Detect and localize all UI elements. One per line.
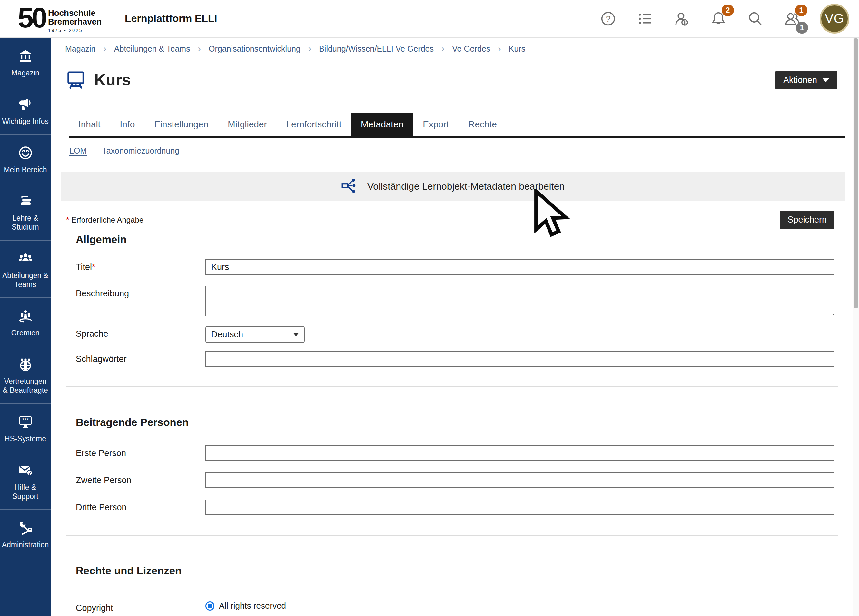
section-heading-rechte: Rechte und Lizenzen <box>76 565 853 577</box>
user-alert-icon[interactable] <box>673 10 691 28</box>
tab-metadaten[interactable]: Metadaten <box>351 113 413 136</box>
breadcrumb: Magazin › Abteilungen & Teams › Organisa… <box>51 38 853 59</box>
titel-input[interactable] <box>205 259 834 275</box>
chevron-down-icon <box>293 333 299 336</box>
avatar[interactable]: VG <box>820 4 849 34</box>
sidebar-item-label: Mein Bereich <box>3 165 47 174</box>
sidebar-item-label: Hilfe & Support <box>2 483 49 501</box>
team-icon <box>17 251 34 268</box>
tab-bar: Inhalt Info Einstellungen Mitglieder Ler… <box>69 113 845 138</box>
breadcrumb-link[interactable]: Organisationsentwicklung <box>209 44 300 53</box>
erste-person-input[interactable] <box>205 446 834 461</box>
tab-inhalt[interactable]: Inhalt <box>69 113 110 136</box>
sidebar-item-hs-systeme[interactable]: *** HS-Systeme <box>0 404 51 452</box>
megaphone-icon <box>17 97 34 114</box>
actions-button[interactable]: Aktionen <box>776 71 837 89</box>
tab-mitglieder[interactable]: Mitglieder <box>218 113 276 136</box>
page-title: Kurs <box>94 70 131 89</box>
form-row-dritte-person: Dritte Person <box>51 500 853 515</box>
sidebar-item-vertretungen[interactable]: Vertretungen & Beauftragte <box>0 346 51 403</box>
tab-export[interactable]: Export <box>413 113 459 136</box>
committee-icon <box>17 308 34 325</box>
form-row-titel: Titel* <box>51 259 853 275</box>
vertical-scrollbar-track[interactable] <box>853 38 859 616</box>
sidebar-item-gremien[interactable]: Gremien <box>0 298 51 346</box>
copyright-radio[interactable] <box>205 602 214 611</box>
app-title: Lernplattform ELLI <box>125 13 217 25</box>
sidebar-item-abteilungen-teams[interactable]: Abteilungen & Teams <box>0 241 51 297</box>
users-icon[interactable]: 1 1 <box>783 10 801 28</box>
sidebar-item-magazin[interactable]: Magazin <box>0 38 51 86</box>
beschreibung-label: Beschreibung <box>76 286 205 318</box>
schlagwoerter-input[interactable] <box>205 351 834 367</box>
erste-person-label: Erste Person <box>76 446 205 461</box>
chevron-right-icon: › <box>498 44 501 54</box>
chevron-right-icon: › <box>198 44 201 54</box>
logo-line1: Hochschule <box>48 9 102 17</box>
tab-lernfortschritt[interactable]: Lernfortschritt <box>276 113 351 136</box>
monitor-icon: *** <box>17 414 34 431</box>
subtab-bar: LOM Taxonomiezuordnung <box>51 146 853 157</box>
full-metadata-banner-label: Vollständige Lernobjekt-Metadaten bearbe… <box>367 181 565 192</box>
notification-badge: 2 <box>722 5 734 16</box>
form-row-schlagwoerter: Schlagwörter <box>51 351 853 367</box>
smiley-icon <box>17 145 34 162</box>
books-icon <box>17 194 34 210</box>
breadcrumb-link[interactable]: Ve Gerdes <box>452 44 490 53</box>
breadcrumb-link[interactable]: Abteilungen & Teams <box>114 44 190 53</box>
tab-rechte[interactable]: Rechte <box>459 113 506 136</box>
full-metadata-banner[interactable]: Vollständige Lernobjekt-Metadaten bearbe… <box>61 172 845 201</box>
chevron-right-icon: › <box>103 44 106 54</box>
main-content: Magazin › Abteilungen & Teams › Organisa… <box>51 38 853 616</box>
sidebar-item-hilfe-support[interactable]: ? Hilfe & Support <box>0 452 51 509</box>
vertical-scrollbar-thumb[interactable] <box>854 38 858 308</box>
list-icon[interactable] <box>636 10 654 28</box>
schlagwoerter-label: Schlagwörter <box>76 351 205 367</box>
help-icon[interactable]: ? <box>599 10 617 28</box>
form-row-copyright: Copyright All rights reserved <box>51 600 853 613</box>
sprache-select[interactable]: Deutsch <box>205 326 305 343</box>
zweite-person-input[interactable] <box>205 472 834 488</box>
search-icon[interactable] <box>746 10 764 28</box>
sidebar-item-mein-bereich[interactable]: Mein Bereich <box>0 135 51 183</box>
breadcrumb-link[interactable]: Kurs <box>509 44 525 53</box>
hs-bremerhaven-logo[interactable]: 50 Hochschule Bremerhaven 1975 - 2025 <box>18 4 102 33</box>
sidebar-item-label: Administration <box>2 540 49 549</box>
sidebar-divider <box>0 558 51 558</box>
main-sidebar: Magazin Wichtige Infos Mein Bereich <box>0 38 51 616</box>
bell-icon[interactable]: 2 <box>709 10 728 28</box>
hub-icon <box>341 177 359 196</box>
sidebar-item-label: Wichtige Infos <box>2 117 48 126</box>
titel-required-star: * <box>92 262 95 272</box>
sidebar-item-label: Magazin <box>11 68 39 77</box>
form-row-zweite-person: Zweite Person <box>51 472 853 488</box>
breadcrumb-link[interactable]: Bildung/Wissen/ELLI Ve Gerdes <box>319 44 434 53</box>
sprache-label: Sprache <box>76 326 205 343</box>
dritte-person-input[interactable] <box>205 500 834 515</box>
required-star: * <box>66 216 69 224</box>
beschreibung-textarea[interactable] <box>205 286 834 316</box>
caret-down-icon <box>822 78 829 82</box>
svg-text:***: *** <box>22 417 29 424</box>
sidebar-item-wichtige-infos[interactable]: Wichtige Infos <box>0 86 51 134</box>
sidebar-item-administration[interactable]: Administration <box>0 510 51 558</box>
form-row-beschreibung: Beschreibung <box>51 286 853 318</box>
contacts-new-badge: 1 <box>795 5 807 16</box>
subtab-taxonomiezuordnung[interactable]: Taxonomiezuordnung <box>102 146 179 157</box>
logo-50-text: 50 <box>18 4 45 31</box>
tab-info[interactable]: Info <box>110 113 145 136</box>
form-action-row: * Erforderliche Angabe Speichern <box>51 211 853 229</box>
save-button[interactable]: Speichern <box>780 211 834 229</box>
tab-einstellungen[interactable]: Einstellungen <box>144 113 218 136</box>
titel-label-text: Titel <box>76 262 92 272</box>
chevron-right-icon: › <box>442 44 444 54</box>
section-heading-beitragende: Beitragende Personen <box>76 416 853 428</box>
sidebar-item-label: Gremien <box>11 328 39 337</box>
page-title-row: Kurs Aktionen <box>51 62 853 98</box>
subtab-lom[interactable]: LOM <box>69 146 87 157</box>
titel-label: Titel* <box>76 259 205 275</box>
sidebar-item-lehre-studium[interactable]: Lehre & Studium <box>0 183 51 240</box>
chevron-right-icon: › <box>308 44 311 54</box>
section-heading-allgemein: Allgemein <box>76 233 853 246</box>
breadcrumb-link[interactable]: Magazin <box>65 44 96 53</box>
